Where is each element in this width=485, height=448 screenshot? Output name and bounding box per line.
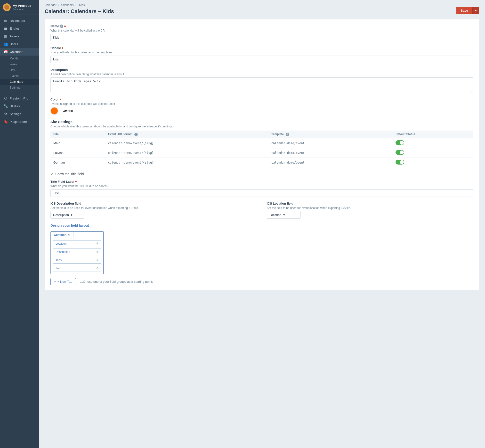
settings-icon: ⚙ (3, 112, 8, 116)
sidebar: My Precious Solspace ⊞ Dashboard ☰ Entri… (0, 0, 39, 448)
color-circle[interactable] (50, 107, 58, 115)
site-main-toggle[interactable] (396, 140, 404, 145)
name-input[interactable] (50, 34, 473, 41)
check-icon: ✔ (50, 172, 53, 176)
breadcrumb-kids: Kids (79, 3, 85, 7)
sidebar-item-utilities[interactable]: 🔧 Utilities (0, 102, 39, 110)
ics-desc-label: ICS Description field (50, 202, 257, 205)
sidebar-label-entries: Entries (10, 27, 19, 30)
name-field-group: Name i What this calendar will be called… (50, 24, 473, 41)
users-icon: 👥 (3, 42, 8, 46)
site-latvian: Latvian (50, 148, 105, 158)
site-latvian-template: calendar-demo/event (271, 151, 305, 155)
sidebar-label-freeform: Freeform Pro (10, 97, 28, 100)
sidebar-label-assets: Assets (10, 34, 19, 38)
color-field-group: Color Events assigned to this calendar w… (50, 98, 473, 115)
sidebar-item-users[interactable]: 👥 Users (0, 40, 39, 48)
sidebar-item-calendar[interactable]: 📅 Calendar (0, 48, 39, 56)
handle-input[interactable] (50, 56, 473, 63)
site-german-template: calendar-demo/event (271, 161, 305, 164)
ics-fields-row: ICS Description field Set the field to b… (50, 202, 473, 219)
ics-desc-hint: Set the field to be used for event descr… (50, 206, 257, 210)
name-required (64, 25, 66, 27)
name-hint: What this calendar will be called in the… (50, 29, 473, 32)
template-info-icon[interactable]: i (286, 133, 289, 136)
uri-info-icon[interactable]: i (134, 133, 138, 136)
new-tab-button[interactable]: + + New Tab (50, 278, 76, 285)
sidebar-item-freeform-pro[interactable]: ⬡ Freeform Pro (0, 94, 39, 102)
sidebar-item-assets[interactable]: ▦ Assets (0, 32, 39, 40)
topbar-actions: Save ▾ (456, 7, 479, 14)
app-logo (3, 3, 11, 11)
name-info-icon[interactable]: i (60, 25, 63, 28)
sidebar-item-settings[interactable]: ⚙ Settings (0, 110, 39, 118)
col-template: Template i (268, 131, 393, 138)
site-settings-title: Site Settings (50, 120, 473, 124)
color-hex-input[interactable] (61, 108, 85, 114)
breadcrumb-calendar[interactable]: Calendar (45, 3, 57, 7)
main-content: Calendar › calendars › Kids Calendar: Ca… (39, 0, 485, 448)
sidebar-nav: ⊞ Dashboard ☰ Entries ▦ Assets 👥 Users 📅… (0, 15, 39, 448)
plugin-store-icon: 🔖 (3, 119, 8, 124)
description-label: Description (50, 68, 473, 72)
entries-icon: ☰ (3, 26, 8, 31)
dashboard-icon: ⊞ (3, 18, 8, 23)
sidebar-label-calendar: Calendar (10, 50, 23, 54)
app-subtitle: Solspace (13, 8, 31, 11)
site-latvian-toggle[interactable] (396, 150, 404, 155)
sidebar-item-entries[interactable]: ☰ Entries (0, 25, 39, 32)
site-settings-section: Site Settings Choose which sites this ca… (50, 120, 473, 167)
layout-field-tags: Tags ⚙ (53, 257, 101, 264)
description-gear-icon[interactable]: ⚙ (96, 250, 99, 253)
name-label: Name i (50, 24, 473, 28)
sidebar-label-settings: Settings (10, 112, 21, 116)
color-hint: Events assigned to this calendar will us… (50, 102, 473, 106)
content-area: Name i What this calendar will be called… (39, 15, 485, 448)
sidebar-item-dashboard[interactable]: ⊞ Dashboard (0, 17, 39, 25)
form-gear-icon[interactable]: ⚙ (96, 267, 99, 270)
sidebar-header[interactable]: My Precious Solspace (0, 0, 39, 15)
tab-common[interactable]: Common ⚙ (51, 232, 73, 238)
save-button[interactable]: Save (456, 7, 472, 14)
title-field-input[interactable] (50, 189, 473, 197)
sidebar-sub-week[interactable]: Week (0, 61, 39, 67)
sidebar-sub-settings[interactable]: Settings (0, 85, 39, 91)
site-main-uri: calendar-demo/event/{slug} (108, 141, 154, 145)
layout-field-location: Location ⚙ (53, 240, 101, 247)
location-gear-icon[interactable]: ⚙ (96, 242, 99, 245)
site-main-template: calendar-demo/event (271, 141, 305, 145)
sidebar-sub-events[interactable]: Events (0, 73, 39, 79)
site-settings-hint: Choose which sites this calendar should … (50, 125, 473, 128)
field-layout-container: Common ⚙ Location ⚙ Description ⚙ Tags (50, 231, 104, 274)
color-label: Color (50, 98, 473, 101)
ics-loc-hint: Set the field to be used for event locat… (267, 206, 473, 210)
new-tab-row: + + New Tab …Or use one of your field gr… (50, 278, 473, 285)
sidebar-sub-month[interactable]: Month (0, 56, 39, 61)
description-hint: A small description describing what this… (50, 73, 473, 76)
ics-description-select[interactable]: Description ▾ (50, 211, 84, 219)
description-input[interactable] (50, 77, 473, 92)
ics-location-select[interactable]: Location ▾ (267, 211, 301, 219)
site-german-toggle[interactable] (396, 160, 404, 165)
sidebar-label-dashboard: Dashboard (10, 19, 25, 23)
sidebar-label-plugin-store: Plugin Store (10, 120, 27, 124)
handle-hint: How you'll refer to this calendar in the… (50, 51, 473, 54)
sidebar-sub-day[interactable]: Day (0, 67, 39, 73)
tags-gear-icon[interactable]: ⚙ (96, 258, 99, 262)
layout-field-description: Description ⚙ (53, 249, 101, 255)
ics-loc-label: ICS Location field (267, 202, 473, 205)
form-card: Name i What this calendar will be called… (45, 19, 479, 290)
table-row: Main calendar-demo/event/{slug} calendar… (50, 138, 473, 148)
color-required (60, 99, 61, 100)
sidebar-sub-calendars[interactable]: Calendars (0, 79, 39, 85)
site-german-uri: calendar-demo/event/{slug} (108, 161, 154, 164)
sites-table: Site Event URI Format i Template i Defau… (50, 131, 473, 167)
design-field-layout-link[interactable]: Design your field layout (50, 224, 473, 227)
description-field-group: Description A small description describi… (50, 68, 473, 93)
site-main: Main (50, 138, 105, 148)
save-dropdown-button[interactable]: ▾ (472, 7, 479, 14)
breadcrumb-calendars[interactable]: calendars (61, 3, 73, 7)
handle-label: Handle (50, 46, 473, 50)
sidebar-item-plugin-store[interactable]: 🔖 Plugin Store (0, 118, 39, 125)
table-row: German calendar-demo/event/{slug} calend… (50, 158, 473, 167)
